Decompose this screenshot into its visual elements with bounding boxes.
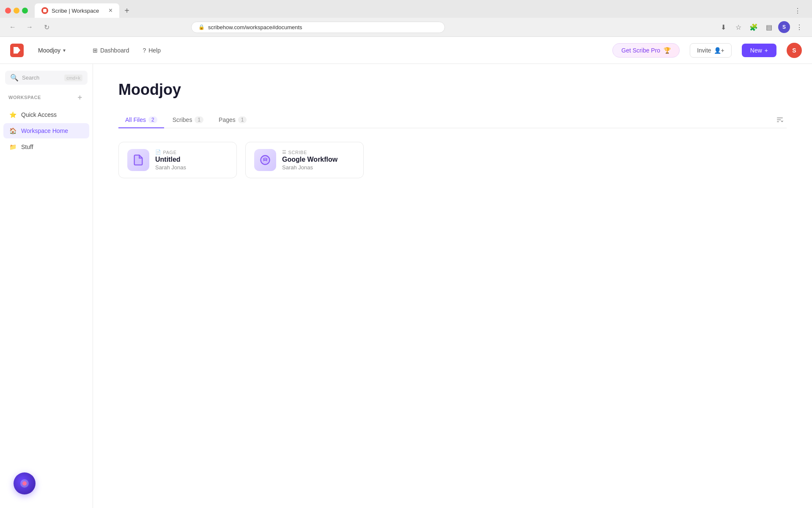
plus-icon: + <box>765 47 768 54</box>
window-minimize[interactable] <box>14 8 19 14</box>
tab-favicon <box>41 7 48 14</box>
search-placeholder: Search <box>22 75 61 81</box>
scribe-type-icon: ☰ <box>282 149 287 155</box>
help-icon: ? <box>143 47 146 54</box>
tab-all-files-count: 2 <box>148 116 157 123</box>
file-type-scribe: ☰ SCRIBE <box>282 149 337 155</box>
file-card-google-workflow-info: ☰ SCRIBE Google Workflow Sarah Jonas <box>282 149 337 171</box>
chat-button-inner <box>20 479 29 488</box>
search-icon: 🔍 <box>10 74 19 82</box>
add-person-icon: 👤+ <box>714 47 724 54</box>
new-tab-button[interactable]: + <box>121 5 133 17</box>
browser-menu-dots[interactable]: ⋮ <box>793 21 805 33</box>
new-label: New <box>750 47 762 54</box>
files-grid: 📄 PAGE Untitled Sarah Jonas <box>118 142 787 178</box>
tab-pages-label: Pages <box>219 116 236 123</box>
window-maximize[interactable] <box>22 8 28 14</box>
get-pro-label: Get Scribe Pro <box>621 47 660 54</box>
sidebar-item-quick-access[interactable]: ⭐ Quick Access <box>3 107 89 122</box>
file-card-untitled-author: Sarah Jonas <box>155 164 186 171</box>
extensions-icon[interactable]: 🧩 <box>748 21 760 33</box>
reload-button[interactable]: ↻ <box>41 21 52 33</box>
browser-menu-button[interactable]: ⋮ <box>792 5 804 17</box>
chat-button-dot <box>22 481 27 486</box>
star-icon: ⭐ <box>8 110 17 119</box>
search-box[interactable]: 🔍 Search cmd+k <box>5 71 88 85</box>
folder-icon: 📁 <box>8 143 17 151</box>
page-file-icon <box>127 149 149 171</box>
files-tabs: All Files 2 Scribes 1 Pages 1 <box>118 112 787 128</box>
tab-scribes-count: 1 <box>195 116 203 123</box>
file-card-google-workflow-name: Google Workflow <box>282 156 337 163</box>
dashboard-icon: ⊞ <box>93 47 98 54</box>
file-card-google-workflow-author: Sarah Jonas <box>282 164 337 171</box>
tab-scribes-label: Scribes <box>173 116 192 123</box>
file-card-untitled[interactable]: 📄 PAGE Untitled Sarah Jonas <box>118 142 237 178</box>
get-pro-button[interactable]: Get Scribe Pro 🏆 <box>612 43 680 58</box>
sidebar-item-stuff[interactable]: 📁 Stuff <box>3 139 89 155</box>
download-icon[interactable]: ⬇ <box>717 21 729 33</box>
search-shortcut: cmd+k <box>64 75 82 81</box>
back-button[interactable]: ← <box>7 21 19 33</box>
dashboard-label: Dashboard <box>100 47 129 54</box>
invite-label: Invite <box>697 47 711 54</box>
forward-button[interactable]: → <box>24 21 36 33</box>
file-card-google-workflow[interactable]: ☰ SCRIBE Google Workflow Sarah Jonas <box>245 142 364 178</box>
workspace-selector[interactable]: Moodjoy ▾ <box>34 44 70 56</box>
chat-button[interactable] <box>14 472 36 494</box>
tab-all-files[interactable]: All Files 2 <box>118 112 164 128</box>
workspace-section-label: WORKSPACE <box>8 95 41 100</box>
add-workspace-item-button[interactable]: + <box>76 93 84 102</box>
pro-icon: 🏆 <box>664 47 671 54</box>
workspace-page-title: Moodjoy <box>118 81 787 99</box>
main-content: Moodjoy All Files 2 Scribes 1 Pages 1 <box>93 64 812 508</box>
file-card-untitled-info: 📄 PAGE Untitled Sarah Jonas <box>155 149 186 171</box>
tab-close-button[interactable]: × <box>109 7 112 14</box>
workspace-section: WORKSPACE + <box>0 91 93 103</box>
lock-icon: 🔒 <box>198 24 205 30</box>
tab-pages-count: 1 <box>238 116 247 123</box>
help-nav-item[interactable]: ? Help <box>137 44 167 57</box>
home-icon: 🏠 <box>8 127 17 135</box>
sidebar-toggle-icon[interactable]: ▤ <box>763 21 775 33</box>
tab-scribes[interactable]: Scribes 1 <box>166 112 210 128</box>
header-nav: ⊞ Dashboard ? Help <box>87 44 167 57</box>
browser-tab-active[interactable]: Scribe | Workspace × <box>35 3 119 18</box>
tab-title: Scribe | Workspace <box>52 8 99 14</box>
app-logo-icon <box>10 44 24 57</box>
dashboard-nav-item[interactable]: ⊞ Dashboard <box>87 44 135 57</box>
file-type-page: 📄 PAGE <box>155 149 186 155</box>
help-label: Help <box>148 47 161 54</box>
page-type-icon: 📄 <box>155 149 162 155</box>
sidebar-item-workspace-home-label: Workspace Home <box>21 127 68 134</box>
app-header: Moodjoy ▾ ⊞ Dashboard ? Help Get Scribe … <box>0 37 812 64</box>
new-button[interactable]: New + <box>742 44 776 57</box>
star-bookmark-icon[interactable]: ☆ <box>732 21 744 33</box>
address-bar[interactable]: 🔒 scribehow.com/workspace#documents <box>191 22 445 33</box>
sidebar-item-stuff-label: Stuff <box>21 144 33 150</box>
user-avatar[interactable]: S <box>787 43 802 58</box>
invite-button[interactable]: Invite 👤+ <box>690 43 732 58</box>
sort-button[interactable] <box>773 113 787 127</box>
tab-pages[interactable]: Pages 1 <box>212 112 253 128</box>
scribe-file-icon <box>254 149 276 171</box>
window-close[interactable] <box>5 8 11 14</box>
workspace-name: Moodjoy <box>38 47 60 54</box>
logo-area <box>10 44 24 57</box>
url-text: scribehow.com/workspace#documents <box>208 24 302 30</box>
sidebar-item-quick-access-label: Quick Access <box>21 111 57 118</box>
chevron-down-icon: ▾ <box>63 47 66 53</box>
sidebar-item-workspace-home[interactable]: 🏠 Workspace Home <box>3 123 89 138</box>
tab-all-files-label: All Files <box>125 116 146 123</box>
sidebar: 🔍 Search cmd+k WORKSPACE + ⭐ Quick Acces… <box>0 64 93 508</box>
browser-profile[interactable]: S <box>778 21 790 33</box>
file-card-untitled-name: Untitled <box>155 156 186 163</box>
